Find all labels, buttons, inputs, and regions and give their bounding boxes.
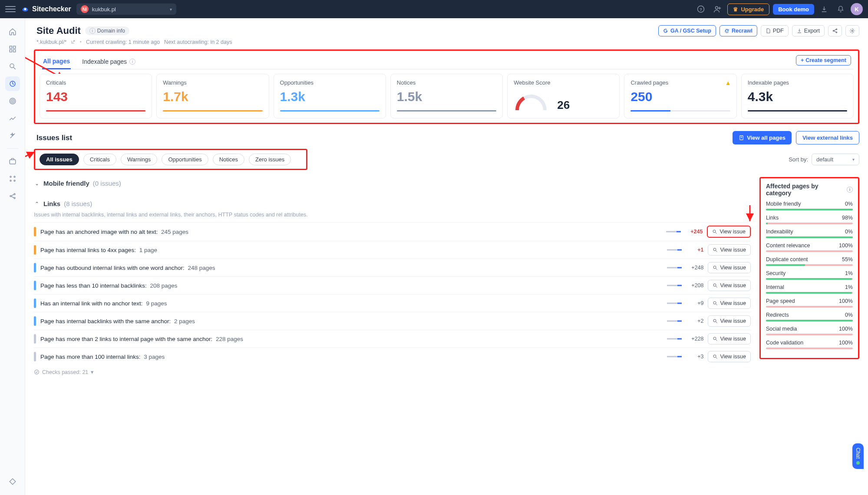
score-gauge-icon bbox=[514, 89, 548, 114]
export-button[interactable]: Export bbox=[792, 25, 825, 36]
issue-text[interactable]: Page has outbound internal links with on… bbox=[40, 265, 663, 271]
sidebar-dashboard-icon[interactable] bbox=[5, 42, 20, 56]
sidebar-magic-icon[interactable] bbox=[5, 128, 20, 143]
category-row[interactable]: Mobile friendly0% bbox=[766, 201, 853, 210]
filter-pill[interactable]: Criticals bbox=[83, 154, 116, 165]
view-issue-button[interactable]: View issue bbox=[708, 244, 751, 256]
menu-toggle[interactable] bbox=[5, 4, 16, 14]
category-row[interactable]: Duplicate content55% bbox=[766, 256, 853, 266]
group-links[interactable]: ⌃ Links (8 issues) bbox=[34, 197, 751, 210]
filter-pill[interactable]: Warnings bbox=[121, 154, 157, 165]
sidebar-search-icon[interactable] bbox=[5, 59, 20, 74]
issue-text[interactable]: Page has internal links to 4xx pages: 1 … bbox=[40, 247, 663, 253]
search-icon bbox=[713, 301, 718, 306]
severity-indicator bbox=[34, 334, 36, 344]
avatar[interactable]: K bbox=[851, 3, 863, 15]
issue-row: Page has more than 100 internal links: 3… bbox=[34, 347, 751, 365]
svg-point-28 bbox=[836, 29, 837, 30]
svg-point-27 bbox=[833, 30, 834, 31]
chat-widget[interactable]: Chat bbox=[852, 443, 864, 469]
ga-setup-button[interactable]: GA / GSC Setup bbox=[658, 25, 716, 36]
issue-text[interactable]: Page has less than 10 internal backlinks… bbox=[40, 282, 663, 289]
tab-all-pages[interactable]: All pages bbox=[42, 54, 71, 69]
settings-button[interactable] bbox=[845, 25, 859, 36]
sidebar-diamond-icon[interactable] bbox=[5, 474, 20, 489]
view-external-links-button[interactable]: View external links bbox=[796, 131, 859, 144]
domain-info-chip[interactable]: iDomain info bbox=[85, 26, 129, 35]
category-row[interactable]: Links98% bbox=[766, 215, 853, 224]
metric-label: Opportunities bbox=[280, 79, 380, 86]
issue-row: Page has more than 2 links to internal p… bbox=[34, 330, 751, 347]
category-row[interactable]: Indexability0% bbox=[766, 229, 853, 238]
project-selector[interactable]: NI kukbuk.pl ▾ bbox=[76, 3, 176, 15]
metric-card[interactable]: Crawled pages▲250 bbox=[624, 74, 736, 118]
category-name: Code validation bbox=[766, 340, 803, 346]
sidebar-home-icon[interactable] bbox=[5, 24, 20, 39]
metric-card[interactable]: Website Score26 bbox=[507, 74, 620, 118]
filter-pill[interactable]: Opportunities bbox=[162, 154, 208, 165]
issue-text[interactable]: Has an internal link with no anchor text… bbox=[40, 300, 663, 307]
view-issue-button[interactable]: View issue bbox=[708, 280, 751, 291]
category-row[interactable]: Page speed100% bbox=[766, 298, 853, 308]
help-icon[interactable]: ? bbox=[694, 3, 707, 16]
group-mobile-friendly[interactable]: ⌄ Mobile friendly (0 issues) bbox=[34, 177, 751, 190]
view-all-pages-button[interactable]: View all pages bbox=[733, 131, 792, 144]
create-segment-button[interactable]: +Create segment bbox=[796, 55, 851, 66]
tab-indexable[interactable]: Indexable pagesi bbox=[81, 55, 136, 69]
issue-row: Page has outbound internal links with on… bbox=[34, 259, 751, 276]
svg-point-29 bbox=[836, 32, 837, 33]
upgrade-button[interactable]: ♛Upgrade bbox=[727, 3, 769, 15]
sidebar-audit-icon[interactable] bbox=[5, 76, 20, 91]
issue-text[interactable]: Page has more than 2 links to internal p… bbox=[40, 336, 663, 342]
download-icon[interactable] bbox=[818, 3, 831, 16]
sort-select[interactable]: default▾ bbox=[812, 154, 859, 165]
crumb-path[interactable]: *.kukbuk.pl/* bbox=[36, 39, 66, 45]
view-issue-button[interactable]: View issue bbox=[708, 315, 751, 327]
search-icon bbox=[713, 247, 718, 252]
category-row[interactable]: Internal1% bbox=[766, 284, 853, 294]
filter-pill[interactable]: Notices bbox=[213, 154, 244, 165]
category-row[interactable]: Social media100% bbox=[766, 326, 853, 335]
filter-pill[interactable]: All issues bbox=[40, 154, 79, 165]
metric-card[interactable]: Opportunities1.3k bbox=[274, 74, 386, 118]
sidebar-target-icon[interactable] bbox=[5, 94, 20, 108]
issue-row: Page has internal links to 4xx pages: 1 … bbox=[34, 241, 751, 259]
checks-passed[interactable]: Checks passed: 21▾ bbox=[34, 369, 751, 375]
metric-card[interactable]: Notices1.5k bbox=[390, 74, 503, 118]
share-button[interactable] bbox=[828, 25, 842, 36]
metric-card[interactable]: Warnings1.7k bbox=[156, 74, 269, 118]
category-row[interactable]: Redirects0% bbox=[766, 312, 853, 321]
recrawl-button[interactable]: Recrawl bbox=[719, 25, 757, 36]
category-row[interactable]: Code validation100% bbox=[766, 340, 853, 349]
sidebar-trend-icon[interactable] bbox=[5, 111, 20, 126]
info-icon: i bbox=[89, 28, 96, 34]
metric-card[interactable]: Indexable pages4.3k bbox=[741, 74, 854, 118]
sidebar-share-icon[interactable] bbox=[5, 189, 20, 203]
metric-card[interactable]: Criticals143 bbox=[40, 74, 152, 118]
pdf-button[interactable]: PDF bbox=[761, 25, 789, 36]
sparkline-icon bbox=[667, 354, 682, 359]
svg-point-59 bbox=[713, 319, 716, 322]
issue-text[interactable]: Page has internal backlinks with the sam… bbox=[40, 318, 663, 325]
issue-text[interactable]: Page has more than 100 internal links: 3… bbox=[40, 354, 663, 360]
bell-icon[interactable] bbox=[834, 3, 847, 16]
issue-delta: +3 bbox=[686, 354, 703, 360]
view-issue-button[interactable]: View issue bbox=[708, 298, 751, 309]
book-demo-button[interactable]: Book demo bbox=[773, 4, 814, 15]
issue-row: Page has an anchored image with no alt t… bbox=[34, 222, 751, 241]
view-issue-button[interactable]: View issue bbox=[708, 262, 751, 273]
issue-text[interactable]: Page has an anchored image with no alt t… bbox=[40, 229, 662, 235]
category-row[interactable]: Content relevance100% bbox=[766, 243, 853, 252]
svg-point-22 bbox=[14, 193, 15, 195]
category-row[interactable]: Security1% bbox=[766, 270, 853, 280]
filter-pill[interactable]: Zero issues bbox=[249, 154, 291, 165]
category-name: Social media bbox=[766, 326, 797, 332]
sidebar-apps-icon[interactable] bbox=[5, 171, 20, 186]
view-issue-button[interactable]: View issue bbox=[707, 226, 751, 238]
view-issue-button[interactable]: View issue bbox=[708, 351, 751, 362]
sidebar-briefcase-icon[interactable] bbox=[5, 154, 20, 169]
category-pct: 1% bbox=[845, 284, 853, 290]
view-issue-button[interactable]: View issue bbox=[708, 333, 751, 344]
brand-logo[interactable]: Sitechecker bbox=[21, 5, 71, 13]
add-user-icon[interactable] bbox=[711, 3, 724, 16]
